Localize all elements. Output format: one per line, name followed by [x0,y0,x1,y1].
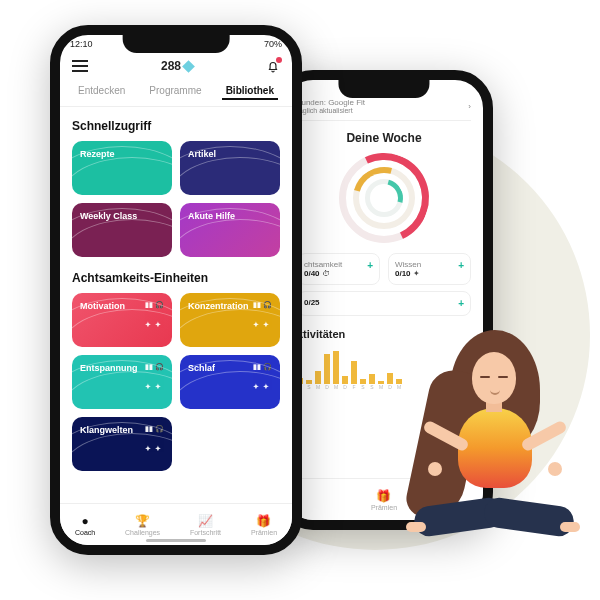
plus-icon[interactable]: + [367,260,373,271]
data-source-sub: täglich aktualisiert [297,107,365,114]
stat-row: + chtsamkeit 0/40 ⏱ + Wissen 0/10 ✦ [297,253,471,285]
top-tabs: EntdeckenProgrammeBibliothek [60,75,292,107]
main-scroll[interactable]: Schnellzugriff RezepteArtikelWeekly Clas… [60,107,292,521]
notch [338,80,429,98]
card-rezepte[interactable]: Rezepte [72,141,172,195]
card-weekly-class[interactable]: Weekly Class [72,203,172,257]
card-label: Klangwelten [80,425,133,463]
card-entspannung[interactable]: Entspannung▮▮🎧✦✦ [72,355,172,409]
card-akute-hilfe[interactable]: Akute Hilfe [180,203,280,257]
plus-icon[interactable]: + [458,298,464,309]
menu-icon[interactable] [72,60,88,72]
card-label: Rezepte [80,149,115,187]
notification-dot [276,57,282,63]
nav-icon: 📈 [198,514,213,528]
mind-grid: Motivation▮▮🎧✦✦Konzentration▮▮🎧✦✦Entspan… [72,293,280,471]
bar [369,374,375,384]
card-label: Weekly Class [80,211,137,249]
card-motivation[interactable]: Motivation▮▮🎧✦✦ [72,293,172,347]
week-title: Deine Woche [297,131,471,145]
section-title-quick: Schnellzugriff [72,119,280,133]
progress-rings [339,153,429,243]
notch [123,35,230,53]
home-indicator [146,539,206,542]
nav-fortschritt[interactable]: 📈Fortschritt [190,514,221,536]
tab-programme[interactable]: Programme [145,83,205,100]
card-label: Konzentration [188,301,249,339]
points-display[interactable]: 288 [161,59,193,73]
nav-challenges[interactable]: 🏆Challenges [125,514,160,536]
notification-icon[interactable] [266,59,280,73]
card-klangwelten[interactable]: Klangwelten▮▮🎧✦✦ [72,417,172,471]
tab-bibliothek[interactable]: Bibliothek [222,83,278,100]
nav-prämien[interactable]: 🎁Prämien [251,514,277,536]
plus-icon[interactable]: + [458,260,464,271]
card-label: Entspannung [80,363,138,401]
card-label: Motivation [80,301,125,339]
meditating-woman-illustration [400,320,580,550]
data-source-label: bunden: Google Fit [297,98,365,107]
bar [333,351,339,384]
card-label: Schlaf [188,363,215,401]
points-value: 288 [161,59,181,73]
card-label: Akute Hilfe [188,211,235,249]
app-header: 288 [60,53,292,75]
stat-card[interactable]: + Wissen 0/10 ✦ [388,253,471,285]
bar [387,373,393,384]
status-time: 12:10 [70,39,93,53]
nav-coach[interactable]: ●Coach [75,514,95,536]
nav-icon: 🎁 [256,514,271,528]
status-battery: 70% [264,39,282,53]
nav-item[interactable]: 🎁Prämien [371,489,397,511]
bar [324,354,330,384]
card-schlaf[interactable]: Schlaf▮▮🎧✦✦ [180,355,280,409]
nav-icon: 🏆 [135,514,150,528]
chevron-right-icon: › [468,102,471,111]
nav-icon: ● [81,514,88,528]
data-source-row[interactable]: bunden: Google Fit täglich aktualisiert … [297,98,471,121]
section-title-mind: Achtsamkeits-Einheiten [72,271,280,285]
stat-card[interactable]: + 0/25 [297,291,471,316]
bar [351,361,357,384]
card-konzentration[interactable]: Konzentration▮▮🎧✦✦ [180,293,280,347]
bar [342,376,348,384]
quick-grid: RezepteArtikelWeekly ClassAkute Hilfe [72,141,280,257]
phone-primary: 12:10 70% 288 EntdeckenProgrammeBiblioth… [50,25,302,555]
tab-entdecken[interactable]: Entdecken [74,83,129,100]
bar [315,371,321,384]
card-artikel[interactable]: Artikel [180,141,280,195]
stat-card[interactable]: + chtsamkeit 0/40 ⏱ [297,253,380,285]
card-label: Artikel [188,149,216,187]
gem-icon [182,60,195,73]
